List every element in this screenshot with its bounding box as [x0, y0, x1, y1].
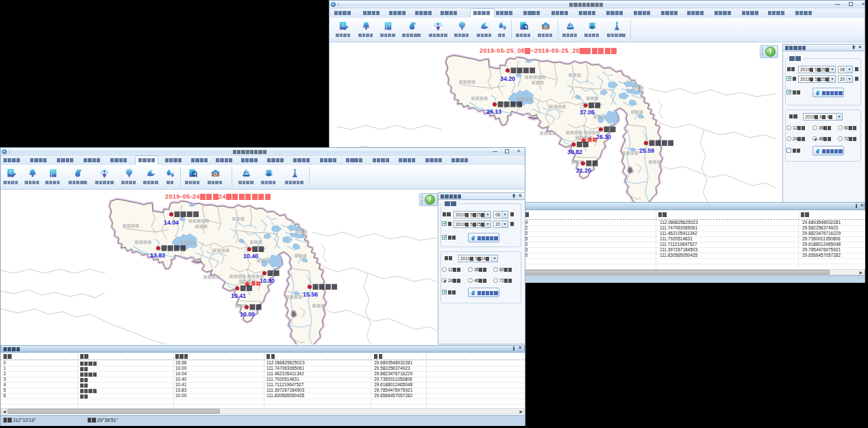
svg-text:10.41: 10.41 — [231, 292, 246, 299]
svg-text:10.00: 10.00 — [240, 311, 255, 318]
svg-text:30.82: 30.82 — [567, 149, 582, 155]
svg-text:13.83: 13.83 — [150, 252, 165, 259]
svg-text:14.04: 14.04 — [164, 219, 179, 226]
svg-text:25.59: 25.59 — [639, 147, 654, 154]
svg-text:10.80: 10.80 — [260, 277, 275, 284]
svg-text:10.40: 10.40 — [243, 253, 258, 260]
svg-text:26.13: 26.13 — [486, 108, 501, 115]
svg-text:26.30: 26.30 — [596, 134, 611, 140]
svg-text:15.56: 15.56 — [303, 291, 318, 298]
svg-text:37.05: 37.05 — [580, 109, 595, 116]
svg-text:34.20: 34.20 — [500, 75, 515, 82]
svg-text:21.20: 21.20 — [576, 167, 591, 174]
